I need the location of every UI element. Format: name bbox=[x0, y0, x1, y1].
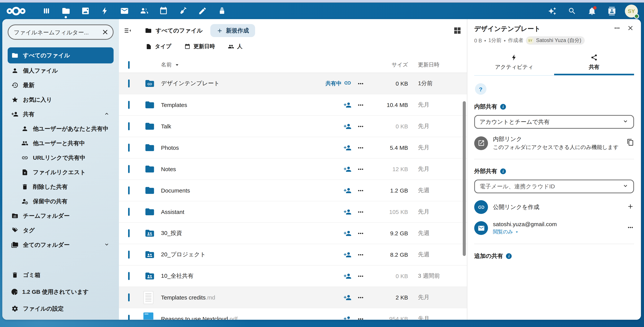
row-menu-button[interactable] bbox=[352, 315, 370, 320]
row-checkbox[interactable] bbox=[128, 143, 130, 151]
permission-dropdown[interactable]: 閲覧のみ bbox=[493, 229, 623, 236]
contact-book-icon[interactable] bbox=[605, 4, 619, 18]
external-share-input[interactable]: 電子メール、連携クラウドID bbox=[474, 180, 634, 194]
photos-icon[interactable] bbox=[78, 4, 92, 18]
table-row[interactable]: Talk 0 KB 先月 bbox=[119, 116, 467, 137]
internal-share-input[interactable]: アカウントとチームで共有 bbox=[474, 115, 634, 129]
column-size[interactable]: サイズ bbox=[370, 61, 408, 68]
dashboard-icon[interactable] bbox=[39, 4, 54, 18]
row-menu-button[interactable] bbox=[352, 80, 370, 87]
details-menu-button[interactable] bbox=[614, 24, 621, 33]
create-public-link-row[interactable]: 公開リンクを作成 bbox=[474, 200, 634, 214]
grid-view-toggle[interactable] bbox=[453, 26, 462, 35]
calendar-icon[interactable] bbox=[156, 4, 170, 18]
sidebar-item-file-requests[interactable]: ファイルリクエスト bbox=[8, 165, 114, 180]
sidebar-item-recent[interactable]: 最新 bbox=[8, 78, 114, 92]
share-button[interactable] bbox=[302, 272, 352, 280]
sidebar-item-all-folders[interactable]: 全てのフォルダー bbox=[8, 238, 114, 252]
row-menu-button[interactable] bbox=[352, 101, 370, 109]
row-menu-button[interactable] bbox=[352, 272, 370, 280]
breadcrumb[interactable]: すべてのファイル bbox=[145, 27, 203, 34]
close-icon[interactable] bbox=[627, 24, 634, 33]
activity-icon[interactable] bbox=[98, 4, 112, 18]
row-checkbox[interactable] bbox=[128, 250, 130, 259]
row-checkbox[interactable] bbox=[128, 229, 130, 237]
sparkle-icon[interactable] bbox=[545, 4, 559, 18]
table-row[interactable]: 20_プロジェクト 8.2 GB 先週 bbox=[119, 244, 467, 266]
table-row[interactable]: Reasons to use Nextcloud.pdf 954 KB 先月 bbox=[119, 308, 467, 320]
table-row[interactable]: デザインテンプレート 共有中 0 KB 1分前 bbox=[119, 73, 467, 94]
column-name[interactable]: 名前 bbox=[161, 61, 302, 68]
row-menu-button[interactable] bbox=[352, 251, 370, 259]
internal-link-row[interactable]: 内部リンク このフォルダにアクセスできる人にのみ機能します bbox=[474, 136, 634, 151]
row-checkbox[interactable] bbox=[128, 165, 130, 173]
tab-activity[interactable]: アクティビティ bbox=[474, 50, 554, 75]
share-menu-button[interactable] bbox=[627, 224, 634, 233]
clear-filter-icon[interactable] bbox=[101, 28, 109, 36]
row-menu-button[interactable] bbox=[352, 294, 370, 301]
table-row[interactable]: 10_全社共有 0 KB 3 週間前 bbox=[119, 266, 467, 287]
row-checkbox[interactable] bbox=[128, 122, 130, 130]
filter-type[interactable]: タイプ bbox=[146, 43, 171, 50]
share-button[interactable] bbox=[302, 315, 352, 320]
sidebar-item-all-files[interactable]: すべてのファイル bbox=[8, 47, 114, 63]
share-button[interactable] bbox=[302, 122, 352, 130]
stack-icon[interactable] bbox=[214, 4, 229, 18]
row-menu-button[interactable] bbox=[352, 144, 370, 151]
table-row[interactable]: Notes 12 KB 先月 bbox=[119, 159, 467, 180]
bell-icon[interactable] bbox=[585, 4, 599, 18]
pencil-icon[interactable] bbox=[195, 4, 210, 18]
row-checkbox[interactable] bbox=[128, 293, 130, 301]
files-icon[interactable] bbox=[58, 4, 73, 18]
user-avatar[interactable]: SY bbox=[625, 4, 638, 17]
tab-sharing[interactable]: 共有 bbox=[554, 50, 634, 75]
row-menu-button[interactable] bbox=[352, 229, 370, 237]
filename-filter-input[interactable] bbox=[8, 24, 114, 40]
table-row[interactable]: Templates 10.4 MB 先月 bbox=[119, 94, 467, 116]
shovel-icon[interactable] bbox=[176, 4, 190, 18]
row-menu-button[interactable] bbox=[352, 122, 370, 130]
sidebar-item-pending-shares[interactable]: 保留中の共有 bbox=[8, 194, 114, 209]
filter-people[interactable]: 人 bbox=[228, 43, 242, 50]
row-checkbox[interactable] bbox=[128, 208, 130, 216]
table-row[interactable]: Photos 5.4 MB 先月 bbox=[119, 137, 467, 159]
sidebar-item-favorites[interactable]: 共有 お気に入り bbox=[8, 92, 114, 107]
table-row[interactable]: Assistant 105 KB 先月 bbox=[119, 201, 467, 223]
search-icon[interactable] bbox=[565, 4, 579, 18]
sidebar-item-tags[interactable]: タグ bbox=[8, 223, 114, 238]
share-button[interactable] bbox=[302, 101, 352, 109]
info-icon[interactable]: i bbox=[500, 169, 506, 174]
row-checkbox[interactable] bbox=[128, 101, 130, 109]
share-button[interactable] bbox=[302, 165, 352, 173]
creator-pill[interactable]: SY Satoshi Yuza (自分) bbox=[526, 36, 585, 45]
share-button[interactable] bbox=[302, 144, 352, 151]
copy-icon[interactable] bbox=[627, 139, 634, 147]
table-row[interactable]: Documents 1.2 GB 先週 bbox=[119, 180, 467, 201]
select-all-checkbox[interactable] bbox=[128, 61, 130, 69]
table-row[interactable]: 30_投資 9.2 GB 先週 bbox=[119, 223, 467, 244]
contacts-icon[interactable] bbox=[136, 4, 151, 18]
column-modified[interactable]: 更新日時 bbox=[408, 61, 445, 68]
shared-status-button[interactable]: 共有中 bbox=[302, 79, 352, 88]
row-menu-button[interactable] bbox=[352, 208, 370, 216]
list-scrollbar[interactable] bbox=[463, 101, 466, 256]
share-button[interactable] bbox=[302, 251, 352, 259]
help-button[interactable]: ? bbox=[475, 83, 486, 95]
row-checkbox[interactable] bbox=[128, 79, 130, 87]
table-row[interactable]: Templates credits.md 2 KB 先月 bbox=[119, 287, 467, 308]
sidebar-item-team-folders[interactable]: チームフォルダー bbox=[8, 209, 114, 223]
sidebar-item-shares[interactable]: 共有 bbox=[8, 107, 114, 121]
row-checkbox[interactable] bbox=[128, 315, 130, 320]
row-menu-button[interactable] bbox=[352, 165, 370, 173]
share-button[interactable] bbox=[302, 229, 352, 237]
collapse-sidebar-button[interactable] bbox=[124, 26, 132, 35]
chevron-up-icon[interactable] bbox=[104, 111, 110, 118]
share-button[interactable] bbox=[302, 187, 352, 194]
row-checkbox[interactable] bbox=[128, 186, 130, 194]
share-button[interactable] bbox=[302, 294, 352, 301]
row-checkbox[interactable] bbox=[128, 272, 130, 280]
sidebar-item-shared-with-you[interactable]: 他ユーザーがあなたと共有中 bbox=[8, 121, 114, 136]
sidebar-item-personal-files[interactable]: 個人ファイル bbox=[8, 63, 114, 78]
mail-icon[interactable] bbox=[117, 4, 132, 18]
info-icon[interactable]: i bbox=[506, 254, 512, 259]
